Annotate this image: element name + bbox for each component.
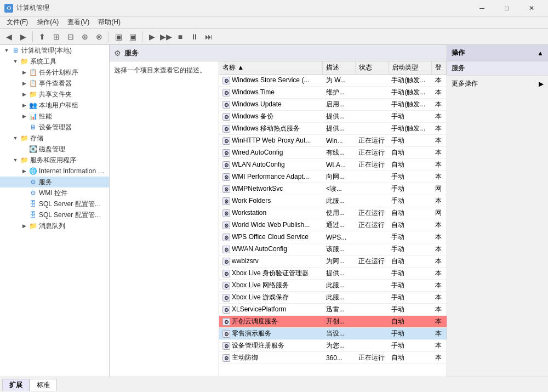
main-container: ▼ 🖥 计算机管理(本地) ▼ 📁 系统工具 ▶ 📋 任务计划程序 ▶ 📋 事件… — [0, 45, 548, 377]
expand-perf[interactable]: ▶ — [20, 112, 28, 121]
service-name-cell: ⚙WMI Performance Adapt... — [219, 171, 323, 183]
service-login-cell: 本 — [432, 123, 447, 135]
table-row[interactable]: ⚙Windows 备份提供...手动本 — [219, 111, 447, 123]
col-startup[interactable]: 启动类型 — [388, 61, 431, 75]
right-panel-title: 操作 — [452, 48, 465, 58]
table-row[interactable]: ⚙Workstation使用...正在运行自动网 — [219, 207, 447, 219]
table-row[interactable]: ⚙WMI Performance Adapt...向网...手动本 — [219, 171, 447, 183]
maximize-button[interactable]: □ — [494, 0, 519, 16]
pause-button[interactable]: ⏸ — [188, 30, 201, 43]
tree-task-scheduler[interactable]: ▶ 📋 任务计划程序 — [0, 67, 109, 78]
stop-button[interactable]: ■ — [174, 30, 187, 43]
back-button[interactable]: ◀ — [2, 30, 15, 43]
table-row[interactable]: ⚙XLServicePlatform迅雷...手动本 — [219, 304, 447, 316]
tree-storage[interactable]: ▼ 📁 存储 — [0, 133, 109, 144]
right-panel-services[interactable]: 服务 — [447, 61, 548, 76]
expand-root[interactable]: ▼ — [2, 46, 11, 55]
service-login-cell: 本 — [432, 219, 447, 231]
table-row[interactable]: ⚙设备管理注册服务为您...手动本 — [219, 340, 447, 352]
tree-sql1[interactable]: 🗄 SQL Server 配置管理器 — [0, 198, 109, 209]
export-button[interactable]: ▣ — [126, 30, 139, 43]
expand-shared[interactable]: ▶ — [20, 90, 28, 99]
menu-action[interactable]: 操作(A) — [32, 16, 63, 28]
skip-button[interactable]: ⏭ — [202, 30, 215, 43]
tree-root-label: 计算机管理(本地) — [21, 46, 72, 55]
device-icon: 🖥 — [28, 123, 37, 132]
tree-performance[interactable]: ▶ 📊 性能 — [0, 111, 109, 122]
expand-users[interactable]: ▶ — [20, 101, 28, 110]
table-row[interactable]: ⚙Windows 移动热点服务提供...手动(触发...本 — [219, 123, 447, 135]
service-name-cell: ⚙Windows Store Service (... — [219, 75, 323, 87]
table-row[interactable]: ⚙Xbox Live 身份验证管理器提供...手动本 — [219, 268, 447, 280]
table-row[interactable]: ⚙Work Folders此服...手动本 — [219, 195, 447, 207]
table-row[interactable]: ⚙Wired AutoConfig有线...正在运行自动本 — [219, 147, 447, 159]
services-label: 服务 — [452, 64, 465, 72]
help-button[interactable]: ⊗ — [93, 30, 106, 43]
tree-root[interactable]: ▼ 🖥 计算机管理(本地) — [0, 45, 109, 56]
col-name[interactable]: 名称 ▲ — [219, 61, 323, 75]
expand-system[interactable]: ▼ — [11, 57, 20, 66]
col-status[interactable]: 状态 — [355, 61, 388, 75]
service-name-cell: ⚙WLAN AutoConfig — [219, 159, 323, 171]
forward-button[interactable]: ▶ — [16, 30, 30, 43]
tree-storage-label: 存储 — [30, 134, 43, 143]
close-button[interactable]: ✕ — [519, 0, 544, 16]
play-button[interactable]: ▶ — [145, 30, 158, 43]
tree-local-users[interactable]: ▶ 👥 本地用户和组 — [0, 100, 109, 111]
play2-button[interactable]: ▶▶ — [159, 30, 173, 43]
table-row[interactable]: ⚙零售演示服务当设...手动本 — [219, 328, 447, 340]
service-desc-cell: 迅雷... — [323, 304, 356, 316]
table-row[interactable]: ⚙WLAN AutoConfigWLA...正在运行自动本 — [219, 159, 447, 171]
properties-button[interactable]: ⊕ — [78, 30, 92, 43]
table-row[interactable]: ⚙wwbizsrv为阿...正在运行自动本 — [219, 255, 447, 268]
minimize-button[interactable]: ─ — [470, 0, 494, 16]
expand-event[interactable]: ▶ — [20, 79, 28, 88]
table-row[interactable]: ⚙Windows Store Service (...为 W...手动(触发..… — [219, 75, 447, 87]
menu-view[interactable]: 查看(V) — [63, 16, 94, 28]
tree-services[interactable]: ⚙ 服务 — [0, 177, 109, 188]
table-row[interactable]: ⚙Windows Time维护...手动(触发...本 — [219, 87, 447, 99]
table-row[interactable]: ⚙WPS Office Cloud ServiceWPS...手动本 — [219, 231, 447, 243]
expand-iis[interactable]: ▶ — [20, 167, 28, 175]
table-row[interactable]: ⚙WWAN AutoConfig该服...手动本 — [219, 243, 447, 255]
table-row[interactable]: ⚙WMPNetworkSvc<读...手动网 — [219, 183, 447, 195]
tree-msg-queue[interactable]: ▶ 📁 消息队列 — [0, 220, 109, 231]
tree-disk-mgmt[interactable]: 💽 磁盘管理 — [0, 144, 109, 155]
tree-sql2[interactable]: 🗄 SQL Server 配置管理器 — [0, 209, 109, 220]
col-desc[interactable]: 描述 — [323, 61, 356, 75]
service-status-cell: 正在运行 — [355, 147, 388, 159]
tab-standard[interactable]: 标准 — [30, 379, 57, 391]
table-row[interactable]: ⚙开创云调度服务开创...自动本 — [219, 316, 447, 328]
col-login[interactable]: 登 — [432, 61, 447, 75]
more-actions[interactable]: 更多操作 ▶ — [447, 76, 548, 92]
up-button[interactable]: ⬆ — [36, 30, 49, 43]
menu-help[interactable]: 帮助(H) — [94, 16, 125, 28]
tree-wmi-label: WMI 控件 — [39, 189, 67, 198]
tree-system-tools[interactable]: ▼ 📁 系统工具 — [0, 56, 109, 67]
tree-wmi[interactable]: ⚙ WMI 控件 — [0, 188, 109, 198]
expand-msg[interactable]: ▶ — [20, 221, 28, 230]
expand-task[interactable]: ▶ — [20, 68, 28, 77]
service-login-cell: 本 — [432, 159, 447, 171]
services-list[interactable]: 名称 ▲ 描述 状态 启动类型 登 ⚙Windows Store Service… — [219, 61, 447, 377]
tree-shared-folders[interactable]: ▶ 📁 共享文件夹 — [0, 89, 109, 100]
expand-svc-apps[interactable]: ▼ — [11, 156, 20, 164]
tree-device-manager[interactable]: 🖥 设备管理器 — [0, 122, 109, 133]
show-hide-button[interactable]: ⊞ — [50, 30, 63, 43]
tab-expand[interactable]: 扩展 — [2, 379, 30, 391]
service-desc-cell: 360... — [323, 352, 356, 364]
table-row[interactable]: ⚙Xbox Live 网络服务此服...手动本 — [219, 280, 447, 292]
tree-event-viewer[interactable]: ▶ 📋 事件查看器 — [0, 78, 109, 89]
service-login-cell: 网 — [432, 207, 447, 219]
expand-storage[interactable]: ▼ — [11, 134, 20, 143]
tree-services-apps[interactable]: ▼ 📁 服务和应用程序 — [0, 155, 109, 166]
table-row[interactable]: ⚙Windows Update启用...手动(触发...本 — [219, 99, 447, 111]
menu-file[interactable]: 文件(F) — [2, 16, 32, 28]
table-row[interactable]: ⚙主动防御360...正在运行自动本 — [219, 352, 447, 364]
table-row[interactable]: ⚙World Wide Web Publish...通过...正在运行自动本 — [219, 219, 447, 231]
table-row[interactable]: ⚙Xbox Live 游戏保存此服...手动本 — [219, 292, 447, 304]
table-row[interactable]: ⚙WinHTTP Web Proxy Aut...Win...正在运行手动本 — [219, 135, 447, 147]
new-window-button[interactable]: ▣ — [112, 30, 125, 43]
show-button[interactable]: ⊟ — [64, 30, 77, 43]
tree-iis[interactable]: ▶ 🌐 Internet Information S... — [0, 166, 109, 177]
